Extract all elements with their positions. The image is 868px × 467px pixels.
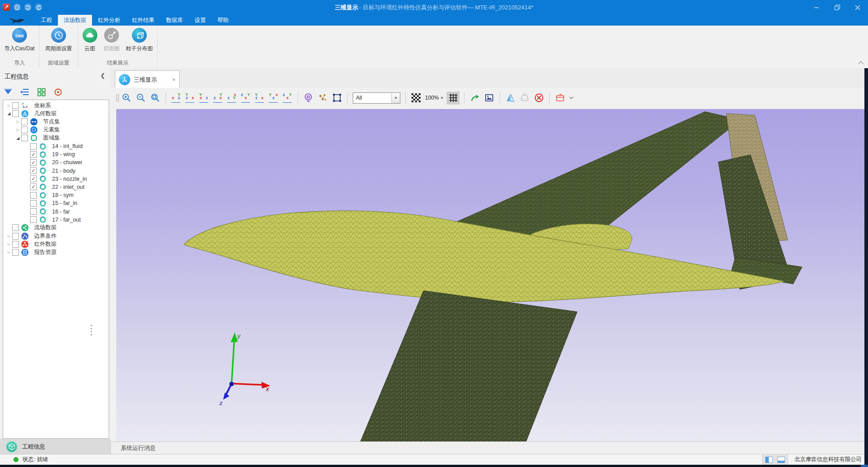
tree-item-flow-field-data[interactable]: 流场数据 — [3, 224, 109, 232]
tree-checkbox[interactable] — [30, 200, 37, 207]
filter-icon[interactable] — [3, 87, 13, 97]
more-chevron-icon[interactable] — [569, 96, 574, 100]
tree-checkbox[interactable] — [21, 118, 28, 125]
panel-collapse-button[interactable]: ❮ — [99, 70, 107, 80]
tree-item-face-17[interactable]: 17 - far_out — [3, 216, 109, 224]
tree-item-infrared-data[interactable]: ▷红外数据 — [3, 240, 109, 248]
probe-icon[interactable] — [302, 92, 315, 104]
smooth-nodes-icon[interactable] — [518, 92, 530, 104]
contour-map-button[interactable]: 云图 — [79, 28, 101, 52]
minimize-icon[interactable] — [806, 0, 827, 15]
maximize-icon[interactable] — [827, 0, 847, 15]
tree-item-face-19[interactable]: ✓19 - wing — [3, 150, 109, 158]
tree-checkbox[interactable] — [30, 216, 37, 223]
tab-3d-display[interactable]: 三维显示 × — [115, 70, 180, 88]
zoom-fit-icon[interactable] — [149, 92, 162, 104]
close-icon[interactable] — [847, 0, 868, 15]
tree-expander-icon[interactable]: ▷ — [15, 120, 21, 124]
menu-tab-ir-analysis[interactable]: 红外分析 — [92, 15, 126, 26]
display-filter-combo[interactable]: All ▼ — [353, 92, 400, 104]
tab-close-icon[interactable]: × — [172, 76, 175, 83]
tree-item-face-20[interactable]: ✓20 - chuiwei — [3, 158, 109, 166]
list-icon[interactable] — [19, 87, 30, 97]
menu-tab-database[interactable]: 数据库 — [160, 15, 189, 26]
view-7-button[interactable]: Yzx — [254, 92, 266, 103]
tree-checkbox[interactable]: ✓ — [30, 151, 37, 158]
tree-expander-icon[interactable]: ▷ — [6, 234, 12, 238]
viewport-3d[interactable]: x y z — [116, 109, 864, 442]
import-cas-dat-button[interactable]: cas导入Cas/Dat — [1, 28, 38, 52]
menu-tab-project[interactable]: 工程 — [35, 15, 58, 26]
view-3-button[interactable]: Yxz — [198, 92, 210, 103]
tree-item-face-set[interactable]: ◢面域集 — [3, 134, 109, 142]
tree-item-element-set[interactable]: ▷元素集 — [3, 126, 109, 134]
tree-checkbox[interactable]: ✓ — [30, 167, 37, 174]
tree-checkbox[interactable] — [12, 110, 19, 117]
view-5-button[interactable]: zYx — [226, 92, 238, 103]
undo-icon[interactable] — [24, 4, 31, 11]
drag-handle[interactable] — [116, 93, 119, 103]
tree-checkbox[interactable]: ✓ — [30, 175, 37, 182]
view-4-button[interactable]: zxY — [212, 92, 224, 103]
panel-footer-tab[interactable]: 工程信息 — [0, 439, 110, 454]
tree-item-face-23[interactable]: ✓23 - nozzle_in — [3, 175, 109, 183]
section-box-icon[interactable] — [554, 92, 566, 104]
tree-item-coord-system[interactable]: ▷Yzx坐标系 — [3, 101, 109, 109]
snapshot-icon[interactable] — [483, 92, 495, 104]
tree-checkbox[interactable] — [30, 143, 37, 150]
tree-expander-icon[interactable]: ▷ — [15, 128, 21, 132]
tree-checkbox[interactable] — [12, 241, 19, 248]
tree-checkbox[interactable] — [21, 135, 28, 141]
menu-tab-help[interactable]: 帮助 — [212, 15, 235, 26]
zoom-out-icon[interactable] — [135, 92, 147, 104]
tree-item-geometry-data[interactable]: ◢几何数据 — [3, 109, 109, 118]
tree-checkbox[interactable] — [12, 102, 19, 109]
tree-expander-icon[interactable]: ▷ — [6, 242, 12, 246]
tree-item-face-22[interactable]: ✓22 - inlet_out — [3, 183, 109, 191]
tree-checkbox[interactable] — [12, 233, 19, 240]
tree-checkbox[interactable] — [30, 192, 37, 199]
tree-expander-icon[interactable]: ◢ — [6, 111, 12, 116]
tree-expander-icon[interactable]: ▷ — [6, 104, 12, 108]
tree-checkbox[interactable] — [12, 224, 19, 231]
document-icon[interactable] — [13, 4, 21, 11]
target-icon[interactable] — [53, 87, 63, 97]
export-arrow-icon[interactable] — [469, 92, 481, 104]
blocks-icon[interactable] — [36, 87, 47, 97]
tree-item-face-15[interactable]: 15 - far_in — [3, 199, 109, 207]
view-6-button[interactable]: zYx — [240, 92, 252, 103]
periodic-face-setup-button[interactable]: 周期面设置 — [42, 28, 75, 52]
menu-tab-ir-results[interactable]: 红外结果 — [126, 15, 160, 26]
tree-item-face-14[interactable]: 14 - int_fluid — [3, 142, 109, 150]
layout-left-panel-icon[interactable] — [765, 457, 773, 463]
opacity-value[interactable]: 100%▼ — [425, 95, 444, 101]
view-2-button[interactable]: Yzx — [184, 92, 196, 103]
grid-icon[interactable] — [447, 92, 460, 105]
tree-item-boundary-conditions[interactable]: ▷边界条件 — [3, 232, 109, 240]
opacity-checker-icon[interactable] — [410, 92, 422, 104]
splitter-handle[interactable] — [89, 325, 93, 336]
particles-icon[interactable] — [317, 92, 329, 104]
tree-checkbox[interactable] — [30, 208, 37, 215]
tree-item-face-18[interactable]: 18 - sym — [3, 191, 109, 199]
select-box-icon[interactable] — [331, 92, 343, 104]
tree-checkbox[interactable]: ✓ — [30, 183, 37, 190]
view-1-button[interactable]: xzY — [170, 92, 182, 103]
ribbon-collapse-button[interactable] — [859, 61, 863, 67]
tree-checkbox[interactable]: ✓ — [30, 159, 37, 166]
tree-checkbox[interactable] — [21, 127, 28, 133]
tree-expander-icon[interactable]: ▷ — [6, 250, 12, 254]
tree-item-face-21[interactable]: ✓21 - body — [3, 167, 109, 175]
combo-dropdown-icon[interactable]: ▼ — [391, 93, 400, 103]
zoom-in-icon[interactable] — [121, 92, 133, 104]
tree-item-face-16[interactable]: 16 - far — [3, 207, 109, 215]
menu-tab-settings[interactable]: 设置 — [189, 15, 212, 26]
tree-item-node-set[interactable]: ▷节点集 — [3, 118, 109, 126]
redo-icon[interactable] — [35, 4, 42, 11]
delete-icon[interactable] — [533, 92, 545, 104]
tree-checkbox[interactable] — [12, 249, 19, 256]
tree-expander-icon[interactable]: ◢ — [15, 136, 21, 140]
particle-distribution-button[interactable]: 粒子分布图 — [123, 28, 156, 52]
pin-icon[interactable] — [3, 4, 10, 11]
layout-bottom-panel-icon[interactable] — [777, 457, 785, 463]
